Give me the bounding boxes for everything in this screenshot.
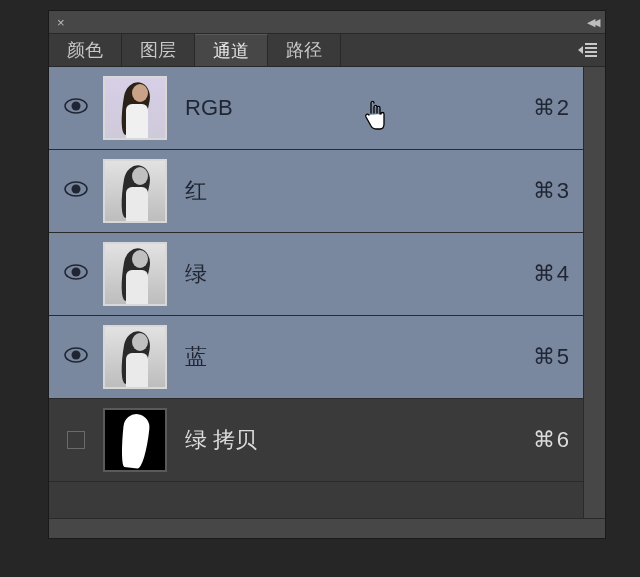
visibility-unchecked-icon — [67, 431, 85, 449]
channel-name: RGB — [185, 95, 533, 121]
tab-color[interactable]: 颜色 — [49, 34, 122, 66]
channels-list: RGB ⌘2 红 ⌘3 — [49, 67, 605, 518]
close-icon[interactable]: × — [57, 15, 65, 30]
tab-paths[interactable]: 路径 — [268, 34, 341, 66]
channel-name: 绿 — [185, 259, 533, 289]
channel-row-green-copy[interactable]: 绿 拷贝 ⌘6 — [49, 399, 605, 482]
triangle-icon — [578, 46, 583, 54]
channel-row-rgb[interactable]: RGB ⌘2 — [49, 67, 605, 150]
channel-thumbnail — [103, 242, 167, 306]
channel-shortcut: ⌘2 — [533, 95, 569, 121]
collapse-icon[interactable]: ◀◀ — [587, 16, 597, 29]
channel-shortcut: ⌘3 — [533, 178, 569, 204]
eye-icon — [64, 98, 88, 118]
tab-layers[interactable]: 图层 — [122, 34, 195, 66]
tab-channels[interactable]: 通道 — [195, 34, 268, 66]
channel-thumbnail — [103, 159, 167, 223]
channel-name: 蓝 — [185, 342, 533, 372]
visibility-toggle[interactable] — [49, 98, 103, 118]
eye-icon — [64, 264, 88, 284]
channel-shortcut: ⌘5 — [533, 344, 569, 370]
channel-row-blue[interactable]: 蓝 ⌘5 — [49, 316, 605, 399]
scrollbar[interactable] — [583, 67, 605, 518]
panel: × ◀◀ 颜色 图层 通道 路径 RGB ⌘2 — [48, 10, 606, 539]
svg-point-7 — [72, 351, 81, 360]
channel-row-red[interactable]: 红 ⌘3 — [49, 150, 605, 233]
svg-point-3 — [72, 185, 81, 194]
channel-shortcut: ⌘4 — [533, 261, 569, 287]
eye-icon — [64, 181, 88, 201]
visibility-toggle[interactable] — [49, 181, 103, 201]
channel-row-green[interactable]: 绿 ⌘4 — [49, 233, 605, 316]
visibility-toggle[interactable] — [49, 431, 103, 449]
hamburger-icon — [585, 43, 597, 57]
channel-name: 红 — [185, 176, 533, 206]
svg-point-1 — [72, 102, 81, 111]
visibility-toggle[interactable] — [49, 264, 103, 284]
tab-bar: 颜色 图层 通道 路径 — [49, 33, 605, 67]
channel-name: 绿 拷贝 — [185, 425, 533, 455]
visibility-toggle[interactable] — [49, 347, 103, 367]
titlebar: × ◀◀ — [49, 11, 605, 33]
channel-thumbnail — [103, 325, 167, 389]
panel-footer — [49, 518, 605, 538]
svg-point-5 — [72, 268, 81, 277]
channel-thumbnail — [103, 408, 167, 472]
panel-menu-button[interactable] — [578, 43, 597, 57]
channel-shortcut: ⌘6 — [533, 427, 569, 453]
list-empty-area — [49, 482, 605, 518]
eye-icon — [64, 347, 88, 367]
channel-thumbnail — [103, 76, 167, 140]
